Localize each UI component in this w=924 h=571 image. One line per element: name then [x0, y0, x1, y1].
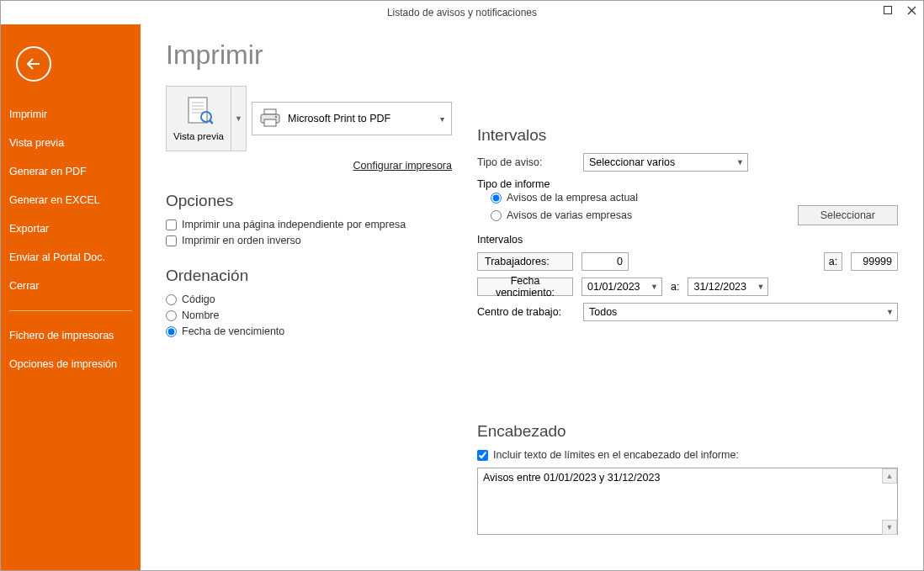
printer-select[interactable]: Microsoft Print to PDF ▾ — [252, 102, 452, 135]
varias-empresas-label: Avisos de varias empresas — [507, 209, 632, 221]
order-code-label: Código — [182, 293, 215, 305]
reverse-order-checkbox[interactable] — [166, 235, 177, 246]
centro-select[interactable]: Todos ▼ — [583, 303, 898, 321]
scroll-up-button[interactable]: ▲ — [882, 468, 897, 484]
scroll-down-button[interactable]: ▼ — [882, 520, 897, 535]
tipo-aviso-select[interactable]: Seleccionar varios ▼ — [583, 153, 748, 172]
svg-point-14 — [275, 115, 278, 118]
encabezado-textarea[interactable] — [477, 468, 898, 535]
chevron-down-icon: ▼ — [757, 283, 765, 291]
sidebar: Imprimir Vista previa Generar en PDF Gen… — [1, 24, 141, 570]
sidebar-item-generar-excel[interactable]: Generar en EXCEL — [1, 186, 141, 214]
centro-label: Centro de trabajo: — [477, 306, 575, 318]
independent-page-checkbox[interactable] — [166, 219, 177, 230]
sidebar-item-vista-previa[interactable]: Vista previa — [1, 129, 141, 157]
tipo-aviso-value: Seleccionar varios — [589, 156, 675, 168]
document-preview-icon — [184, 96, 213, 130]
sidebar-item-exportar[interactable]: Exportar — [1, 214, 141, 243]
vista-previa-dropdown[interactable]: ▼ — [231, 86, 247, 151]
centro-value: Todos — [589, 306, 617, 318]
ordering-heading: Ordenación — [166, 267, 452, 285]
reverse-order-label: Imprimir en orden inverso — [182, 235, 301, 246]
include-limits-label: Incluir texto de límites en el encabezad… — [493, 449, 739, 461]
intervals-sub-heading: Intervalos — [477, 234, 523, 246]
order-code-radio[interactable] — [166, 294, 177, 305]
tipo-aviso-label: Tipo de aviso: — [477, 156, 575, 168]
options-heading: Opciones — [166, 192, 452, 210]
chevron-down-icon: ▼ — [235, 114, 242, 123]
chevron-down-icon: ▼ — [651, 283, 658, 291]
independent-page-label: Imprimir una página independiente por em… — [182, 219, 406, 230]
back-button[interactable] — [16, 46, 51, 82]
seleccionar-button[interactable]: Seleccionar — [798, 205, 898, 225]
trabajadores-to-input[interactable] — [851, 252, 898, 271]
trabajadores-from-input[interactable] — [581, 252, 629, 271]
fecha-venc-button[interactable]: Fecha vencimiento: — [477, 278, 573, 296]
page-title: Imprimir — [166, 40, 898, 71]
window-title: Listado de avisos y notificaciones — [387, 7, 537, 19]
fecha-to-input[interactable]: 31/12/2023 ▼ — [688, 278, 768, 296]
encabezado-heading: Encabezado — [477, 422, 898, 441]
fecha-to-label: a: — [671, 281, 679, 293]
empresa-actual-radio[interactable] — [491, 193, 502, 204]
trabajadores-to-label-button[interactable]: a: — [824, 252, 842, 271]
chevron-down-icon: ▼ — [736, 158, 744, 167]
chevron-down-icon: ▾ — [440, 114, 444, 124]
order-due-date-radio[interactable] — [166, 326, 177, 337]
order-due-date-label: Fecha de vencimiento — [182, 325, 284, 337]
vista-previa-label: Vista previa — [173, 131, 224, 141]
svg-rect-4 — [189, 98, 207, 123]
sidebar-item-imprimir[interactable]: Imprimir — [1, 100, 141, 129]
fecha-from-input[interactable]: 01/01/2023 ▼ — [581, 278, 662, 296]
maximize-button[interactable] — [876, 1, 900, 19]
chevron-down-icon: ▼ — [886, 308, 894, 316]
vista-previa-button[interactable]: Vista previa — [166, 86, 231, 151]
varias-empresas-radio[interactable] — [491, 210, 502, 221]
close-button[interactable] — [900, 1, 923, 19]
printer-name: Microsoft Print to PDF — [288, 113, 390, 124]
order-name-radio[interactable] — [166, 310, 177, 321]
sidebar-item-enviar-portal[interactable]: Enviar al Portal Doc. — [1, 243, 141, 272]
svg-rect-13 — [264, 119, 276, 126]
include-limits-checkbox[interactable] — [477, 450, 488, 461]
fecha-from-value: 01/01/2023 — [587, 281, 640, 293]
sidebar-item-generar-pdf[interactable]: Generar en PDF — [1, 157, 141, 186]
sidebar-item-fichero-impresoras[interactable]: Fichero de impresoras — [1, 321, 141, 350]
intervals-heading: Intervalos — [477, 126, 898, 145]
printer-icon — [259, 108, 281, 130]
svg-rect-0 — [884, 7, 892, 14]
order-name-label: Nombre — [182, 309, 219, 321]
tipo-informe-label: Tipo de informe — [477, 178, 550, 190]
svg-rect-11 — [264, 109, 276, 114]
trabajadores-button[interactable]: Trabajadores: — [477, 252, 573, 271]
empresa-actual-label: Avisos de la empresa actual — [507, 192, 638, 204]
sidebar-item-opciones-impresion[interactable]: Opciones de impresión — [1, 350, 141, 378]
fecha-to-value: 31/12/2023 — [693, 281, 746, 293]
sidebar-item-cerrar[interactable]: Cerrar — [1, 272, 141, 300]
configure-printer-link[interactable]: Configurar impresora — [353, 160, 452, 172]
svg-line-10 — [210, 120, 213, 124]
